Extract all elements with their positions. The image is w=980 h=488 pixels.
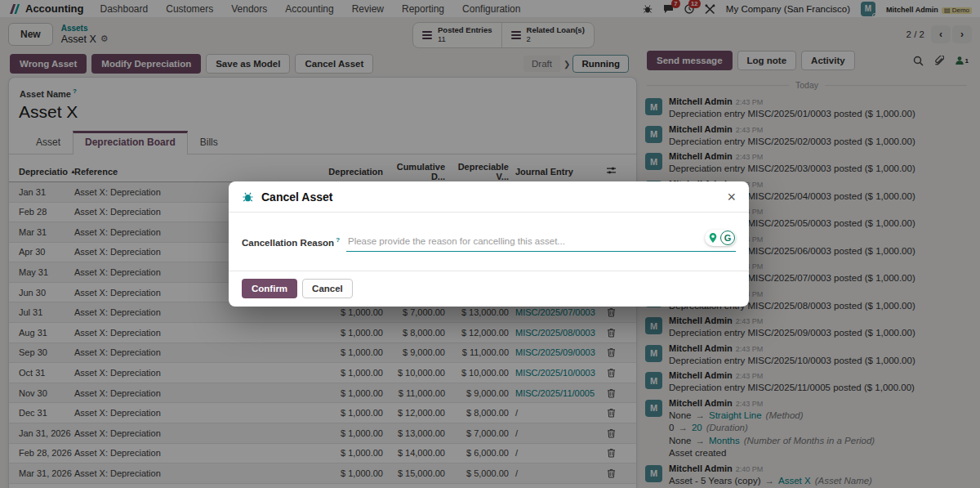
modal-body: Cancellation Reason? G	[229, 213, 749, 271]
cancel-button[interactable]: Cancel	[302, 279, 353, 298]
grammarly-g-icon: G	[720, 231, 735, 245]
help-icon: ?	[336, 236, 340, 244]
grammarly-pin-icon	[706, 231, 720, 245]
close-icon[interactable]: ×	[727, 190, 736, 204]
bug-icon	[242, 191, 254, 203]
cancellation-reason-input[interactable]	[346, 232, 736, 252]
modal-title: Cancel Asset	[261, 190, 332, 204]
cancel-asset-modal: Cancel Asset × Cancellation Reason? G Co…	[229, 181, 749, 307]
cancellation-reason-label: Cancellation Reason?	[242, 236, 341, 248]
confirm-button[interactable]: Confirm	[242, 279, 297, 298]
app-window: Accounting DashboardCustomersVendorsAcco…	[0, 0, 980, 488]
modal-header: Cancel Asset ×	[229, 181, 749, 213]
grammarly-icons[interactable]: G	[705, 230, 736, 246]
modal-footer: Confirm Cancel	[229, 271, 749, 307]
